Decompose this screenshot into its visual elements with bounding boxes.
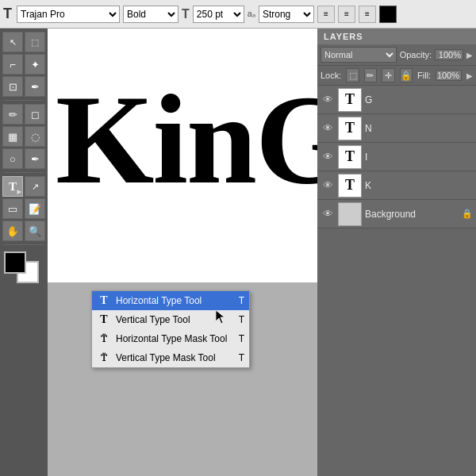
gradient-button[interactable]: ▦ bbox=[2, 126, 23, 147]
lock-transparent-button[interactable]: ⬚ bbox=[346, 68, 359, 83]
layer-row-background[interactable]: 👁 Background 🔒 bbox=[317, 200, 476, 228]
flyout-v-mask-type[interactable]: T̈ Vertical Type Mask Tool T bbox=[92, 348, 249, 367]
type-tool-button[interactable]: T ▶ bbox=[2, 176, 23, 197]
svg-marker-0 bbox=[216, 310, 225, 324]
dodge-button[interactable]: ○ bbox=[2, 148, 23, 169]
layer-eye-bg[interactable]: 👁 bbox=[321, 207, 335, 221]
brush-tool-button[interactable]: ✏ bbox=[2, 104, 23, 125]
shape-tool-button[interactable]: ▭ bbox=[2, 198, 23, 219]
canvas-area: KinG T Horizontal Type Tool T T Vertical… bbox=[48, 29, 317, 476]
layer-eye-i[interactable]: 👁 bbox=[321, 150, 335, 164]
antialiasing-select[interactable]: Strong bbox=[259, 6, 314, 23]
opacity-label: Opacity: bbox=[400, 50, 432, 60]
layer-name-bg: Background bbox=[365, 209, 459, 220]
layer-thumb-bg bbox=[338, 202, 362, 226]
main-area: ↖ ⬚ ⌐ ✦ ⊡ ✒ ✏ ◻ ▦ ◌ ○ ✒ T ▶ bbox=[0, 29, 476, 476]
fill-value: 100% bbox=[436, 70, 462, 81]
type-tool-flyout: T Horizontal Type Tool T T Vertical Type… bbox=[91, 290, 250, 368]
antialiasing-group: Strong bbox=[259, 6, 314, 23]
layer-row-n[interactable]: 👁 T N bbox=[317, 114, 476, 143]
font-style-group: Bold bbox=[123, 6, 178, 23]
flyout-v-mask-shortcut: T bbox=[239, 352, 244, 363]
flyout-v-type-icon: T bbox=[97, 313, 111, 326]
tool-separator-1 bbox=[4, 100, 44, 101]
magic-wand-button[interactable]: ✦ bbox=[25, 54, 45, 75]
lock-label: Lock: bbox=[321, 71, 341, 80]
flyout-v-type-shortcut: T bbox=[239, 314, 244, 325]
layer-eye-g[interactable]: 👁 bbox=[321, 93, 335, 107]
layer-name-n: N bbox=[365, 123, 473, 134]
fill-arrow[interactable]: ▶ bbox=[466, 71, 473, 80]
zoom-button[interactable]: 🔍 bbox=[25, 221, 45, 241]
eyedropper-button[interactable]: ✒ bbox=[25, 76, 45, 97]
crop-tool-button[interactable]: ⊡ bbox=[2, 76, 23, 97]
move-tool-button[interactable]: ↖ bbox=[2, 32, 23, 52]
align-left-button[interactable]: ≡ bbox=[317, 6, 335, 23]
font-size-group: 250 pt bbox=[193, 6, 244, 23]
layer-row-g[interactable]: 👁 T G bbox=[317, 86, 476, 114]
path-select-button[interactable]: ↗ bbox=[25, 176, 45, 197]
notes-button[interactable]: 📝 bbox=[25, 198, 45, 219]
fill-label: Fill: bbox=[417, 71, 431, 80]
tool-separator-3 bbox=[4, 244, 44, 245]
tool-row-9: ✋ 🔍 bbox=[2, 221, 45, 241]
tool-flyout-arrow: ▶ bbox=[17, 189, 21, 195]
flyout-h-type-label: Horizontal Type Tool bbox=[116, 295, 234, 306]
tool-separator-2 bbox=[4, 172, 44, 173]
tool-row-5: ▦ ◌ bbox=[2, 126, 45, 147]
color-tools-area bbox=[4, 251, 44, 283]
layers-list: 👁 T G 👁 T N 👁 T I 👁 T K bbox=[317, 86, 476, 476]
pen-button[interactable]: ✒ bbox=[25, 148, 45, 169]
selection-tool-button[interactable]: ⬚ bbox=[25, 32, 45, 52]
font-style-select[interactable]: Bold bbox=[123, 6, 178, 23]
layer-row-i[interactable]: 👁 T I bbox=[317, 143, 476, 171]
font-size-icon: T bbox=[182, 7, 190, 21]
tool-row-6: ○ ✒ bbox=[2, 148, 45, 169]
layers-panel: LAYERS Normal Opacity: 100% ▶ Lock: ⬚ ✏ … bbox=[317, 29, 476, 476]
eraser-button[interactable]: ◻ bbox=[25, 104, 45, 125]
font-size-select[interactable]: 250 pt bbox=[193, 6, 244, 23]
flyout-v-mask-label: Vertical Type Mask Tool bbox=[116, 352, 234, 363]
layer-lock-icon-bg: 🔒 bbox=[462, 209, 473, 219]
king-text[interactable]: KinG bbox=[56, 76, 317, 203]
font-name-select[interactable]: Trajan Pro bbox=[17, 6, 120, 23]
layer-thumb-i: T bbox=[338, 145, 362, 169]
foreground-color-swatch[interactable] bbox=[4, 251, 26, 274]
layers-blend-row: Normal Opacity: 100% ▶ bbox=[317, 44, 476, 66]
tool-row-2: ⌐ ✦ bbox=[2, 54, 45, 75]
antialiasing-icon: aₐ bbox=[248, 9, 255, 19]
layer-eye-n[interactable]: 👁 bbox=[321, 121, 335, 136]
type-tool-row: T ▶ ↗ bbox=[2, 176, 45, 197]
tools-panel: ↖ ⬚ ⌐ ✦ ⊡ ✒ ✏ ◻ ▦ ◌ ○ ✒ T ▶ bbox=[0, 29, 48, 476]
lock-all-button[interactable]: 🔒 bbox=[400, 68, 413, 83]
lock-image-button[interactable]: ✏ bbox=[364, 68, 377, 83]
font-name-group: Trajan Pro bbox=[17, 6, 120, 23]
flyout-horizontal-type[interactable]: T Horizontal Type Tool T bbox=[92, 291, 249, 310]
layer-thumb-k: T bbox=[338, 174, 362, 198]
align-right-button[interactable]: ≡ bbox=[359, 6, 376, 23]
layer-thumb-g: T bbox=[338, 88, 362, 112]
align-center-button[interactable]: ≡ bbox=[338, 6, 355, 23]
lasso-tool-button[interactable]: ⌐ bbox=[2, 54, 23, 75]
layers-lock-row: Lock: ⬚ ✏ ✛ 🔒 Fill: 100% ▶ bbox=[317, 66, 476, 86]
opacity-value: 100% bbox=[435, 49, 463, 60]
lock-position-button[interactable]: ✛ bbox=[382, 68, 394, 83]
layer-eye-k[interactable]: 👁 bbox=[321, 178, 335, 193]
flyout-h-type-shortcut: T bbox=[239, 295, 244, 306]
hand-tool-button[interactable]: ✋ bbox=[2, 221, 23, 241]
opacity-arrow[interactable]: ▶ bbox=[466, 51, 473, 60]
flyout-h-mask-type[interactable]: T̈ Horizontal Type Mask Tool T bbox=[92, 329, 249, 348]
text-color-swatch[interactable] bbox=[379, 6, 397, 23]
layer-row-k[interactable]: 👁 T K bbox=[317, 171, 476, 200]
flyout-h-type-icon: T bbox=[97, 294, 111, 307]
layer-name-k: K bbox=[365, 180, 473, 191]
layer-thumb-n: T bbox=[338, 117, 362, 140]
blur-button[interactable]: ◌ bbox=[25, 126, 45, 147]
blend-mode-select[interactable]: Normal bbox=[321, 47, 397, 63]
layer-name-g: G bbox=[365, 94, 473, 106]
type-tool-icon: T bbox=[3, 6, 12, 22]
tool-row-3: ⊡ ✒ bbox=[2, 76, 45, 97]
tool-row-1: ↖ ⬚ bbox=[2, 32, 45, 52]
flyout-h-mask-icon: T̈ bbox=[97, 334, 111, 344]
flyout-h-mask-label: Horizontal Type Mask Tool bbox=[116, 333, 234, 344]
